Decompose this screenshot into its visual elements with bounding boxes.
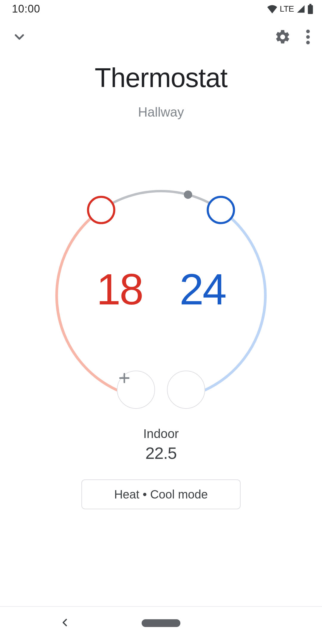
more-menu-button[interactable] <box>306 29 310 46</box>
indoor-readout: Indoor 22.5 <box>0 427 322 463</box>
increase-button[interactable] <box>167 371 205 409</box>
svg-point-3 <box>306 35 310 38</box>
back-button[interactable] <box>60 617 70 629</box>
home-pill[interactable] <box>142 619 180 627</box>
svg-point-2 <box>306 30 310 33</box>
page-title: Thermostat <box>0 63 322 93</box>
svg-point-7 <box>208 197 234 223</box>
thermostat-dial[interactable]: 18 24 <box>51 185 271 406</box>
svg-rect-0 <box>308 5 313 14</box>
cool-handle[interactable] <box>208 197 234 223</box>
status-icons: LTE <box>267 4 314 14</box>
cool-setpoint: 24 <box>179 264 225 315</box>
heat-handle[interactable] <box>88 197 114 223</box>
app-bar <box>0 18 322 57</box>
svg-rect-1 <box>309 4 311 6</box>
svg-point-5 <box>184 191 192 199</box>
gear-icon <box>274 29 291 46</box>
room-name: Hallway <box>0 105 322 120</box>
svg-point-6 <box>88 197 114 223</box>
wifi-icon <box>267 4 278 13</box>
chevron-left-icon <box>60 617 70 629</box>
indoor-value: 22.5 <box>0 443 322 463</box>
status-time: 10:00 <box>12 3 40 15</box>
mode-button[interactable]: Heat • Cool mode <box>81 479 241 509</box>
battery-icon <box>307 4 314 14</box>
cell-signal-icon <box>296 4 306 13</box>
system-nav-bar <box>0 607 322 644</box>
heat-setpoint: 18 <box>97 264 143 315</box>
collapse-button[interactable] <box>12 30 27 45</box>
more-vert-icon <box>306 29 310 46</box>
svg-point-4 <box>306 41 310 44</box>
setpoint-readout: 18 24 <box>97 264 226 315</box>
settings-button[interactable] <box>274 29 291 46</box>
title-section: Thermostat Hallway <box>0 63 322 120</box>
network-label: LTE <box>280 4 294 14</box>
indoor-label: Indoor <box>0 427 322 441</box>
chevron-down-icon <box>12 30 27 45</box>
status-bar: 10:00 LTE <box>0 0 322 18</box>
